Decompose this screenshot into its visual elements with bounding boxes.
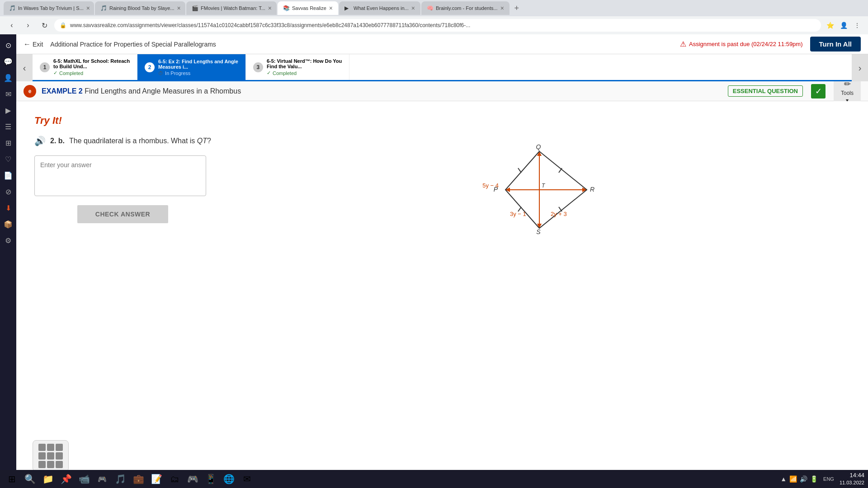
forward-button[interactable]: › bbox=[22, 19, 34, 32]
browser-controls: ‹ › ↻ 🔒 www.savvasrealize.com/assignment… bbox=[0, 16, 868, 34]
taskbar-teams-button[interactable]: 📹 bbox=[76, 471, 92, 487]
example-label: EXAMPLE 2 bbox=[42, 87, 83, 95]
calc-cell-5 bbox=[47, 452, 54, 460]
tab-6-label: Brainly.com - For students... bbox=[436, 5, 498, 11]
sidebar-doc-icon[interactable]: 📄 bbox=[1, 168, 15, 183]
browser-chrome: 🎵 In Waves Tab by Trivium | S... × 🎵 Rai… bbox=[0, 0, 868, 34]
check-complete-icon[interactable]: ✓ bbox=[811, 84, 826, 99]
step-3-status-label: Completed bbox=[273, 70, 297, 76]
warning-icon: ⚠ bbox=[680, 40, 686, 48]
taskbar-spotify-button[interactable]: 🎵 bbox=[112, 471, 128, 487]
sidebar-download-icon[interactable]: ⬇ bbox=[1, 201, 15, 215]
tray-battery-icon[interactable]: 🔋 bbox=[810, 475, 818, 483]
tools-button[interactable]: ✏ Tools ▾ bbox=[834, 81, 861, 101]
calculator-widget[interactable] bbox=[33, 440, 69, 472]
example-header: e EXAMPLE 2 Find Lengths and Angle Measu… bbox=[16, 81, 868, 101]
tab-4-close[interactable]: × bbox=[329, 5, 333, 12]
new-tab-button[interactable]: + bbox=[510, 2, 523, 14]
step-1[interactable]: 1 6-5: MathXL for School: Reteachto Buil… bbox=[33, 54, 137, 80]
tab-4-label: Savvas Realize bbox=[292, 5, 326, 11]
tray-expand-icon[interactable]: ▲ bbox=[780, 475, 787, 483]
turn-in-button[interactable]: Turn In All bbox=[810, 37, 861, 52]
savvas-logo: e bbox=[24, 85, 36, 98]
tab-1-close[interactable]: × bbox=[86, 5, 90, 12]
step-navigation: ‹ 1 6-5: MathXL for School: Reteachto Bu… bbox=[16, 54, 868, 81]
tab-2[interactable]: 🎵 Raining Blood Tab by Slaye... × bbox=[95, 1, 185, 15]
app-sidebar: ⊙ 💬 👤 ✉ ▶ ☰ ⊞ ♡ 📄 ⊘ ⬇ 📦 ⚙ bbox=[0, 34, 16, 488]
question-row: 🔊 2. b. The quadrilateral is a rhombus. … bbox=[34, 136, 850, 244]
extensions-button[interactable]: ⭐ bbox=[825, 20, 835, 31]
file-explorer-button[interactable]: 📁 bbox=[40, 471, 56, 487]
tab-2-close[interactable]: × bbox=[177, 5, 181, 12]
sidebar-package-icon[interactable]: 📦 bbox=[1, 217, 15, 231]
sidebar-grid-icon[interactable]: ⊞ bbox=[1, 136, 15, 150]
step-3[interactable]: 3 6-5: Virtual Nerd™: How Do YouFind the… bbox=[246, 54, 349, 80]
clock-date: 11.03.2022 bbox=[840, 479, 864, 486]
browser-actions: ⭐ 👤 ⋮ bbox=[825, 20, 863, 31]
tab-3[interactable]: 🎬 FMovies | Watch Batman: T... × bbox=[186, 1, 277, 15]
step-2[interactable]: 2 6-5: Ex 2: Find Lengths and AngleMeasu… bbox=[137, 54, 246, 80]
warning-text: Assignment is past due (02/24/22 11:59pm… bbox=[689, 41, 802, 47]
answer-input[interactable] bbox=[34, 155, 206, 196]
taskbar-pin-button[interactable]: 📌 bbox=[58, 471, 74, 487]
vertex-Q-label: Q bbox=[536, 145, 541, 150]
refresh-button[interactable]: ↻ bbox=[38, 19, 51, 32]
exit-button[interactable]: ← Exit bbox=[24, 40, 43, 48]
calc-cell-9 bbox=[56, 461, 63, 468]
taskbar-discord-button[interactable]: 🎮 bbox=[94, 471, 110, 487]
step-next-button[interactable]: › bbox=[852, 54, 868, 81]
sidebar-home-icon[interactable]: ⊙ bbox=[1, 38, 15, 52]
more-button[interactable]: ⋮ bbox=[852, 20, 863, 31]
tab-6[interactable]: 🧠 Brainly.com - For students... × bbox=[421, 1, 509, 15]
step-1-check-icon: ✓ bbox=[53, 70, 57, 76]
tray-volume-icon[interactable]: 🔊 bbox=[800, 475, 807, 483]
bottom-left-label: 3y − 1 bbox=[510, 211, 526, 217]
sidebar-settings-icon[interactable]: ⚙ bbox=[1, 233, 15, 248]
sidebar-mail-icon[interactable]: ✉ bbox=[1, 87, 15, 101]
windows-start-button[interactable]: ⊞ bbox=[4, 471, 20, 487]
search-button[interactable]: 🔍 bbox=[22, 471, 38, 487]
sidebar-list-icon[interactable]: ☰ bbox=[1, 119, 15, 134]
back-button[interactable]: ‹ bbox=[5, 19, 18, 32]
tab-1[interactable]: 🎵 In Waves Tab by Trivium | S... × bbox=[4, 1, 94, 15]
essential-question-button[interactable]: ESSENTIAL QUESTION bbox=[728, 85, 803, 97]
step-3-number: 3 bbox=[253, 62, 263, 72]
sidebar-profile-icon[interactable]: 👤 bbox=[1, 70, 15, 85]
sidebar-heart-icon[interactable]: ♡ bbox=[1, 152, 15, 166]
step-1-info: 6-5: MathXL for School: Reteachto Build … bbox=[53, 58, 130, 76]
calculator-grid bbox=[38, 444, 63, 468]
taskbar-netflix-button[interactable]: 🌐 bbox=[221, 471, 237, 487]
taskbar-time-display[interactable]: 14:44 11.03.2022 bbox=[840, 471, 864, 487]
tab-4-savvas[interactable]: 📚 Savvas Realize × bbox=[278, 1, 338, 15]
tray-network-icon[interactable]: 📶 bbox=[789, 475, 797, 483]
speaker-icon[interactable]: 🔊 bbox=[34, 136, 46, 146]
tab-5-close[interactable]: × bbox=[411, 5, 415, 12]
sidebar-nav-icon[interactable]: ▶ bbox=[1, 103, 15, 117]
tab-5[interactable]: ▶ What Even Happens in... × bbox=[339, 1, 420, 15]
bottom-right-label: 2y + 3 bbox=[551, 211, 567, 217]
taskbar-office-button[interactable]: 📝 bbox=[148, 471, 165, 487]
sidebar-clock-icon[interactable]: ⊘ bbox=[1, 184, 15, 199]
taskbar-whatsapp-button[interactable]: 📱 bbox=[203, 471, 219, 487]
taskbar-steam-button[interactable]: 🎮 bbox=[184, 471, 201, 487]
tab-5-favicon: ▶ bbox=[344, 5, 351, 11]
tab-3-close[interactable]: × bbox=[268, 5, 272, 12]
question-body: The quadrilateral is a rhombus. What is … bbox=[69, 137, 211, 145]
main-content: ← Exit Additional Practice for Propertie… bbox=[16, 34, 868, 488]
taskbar-mail-button[interactable]: ✉ bbox=[239, 471, 255, 487]
taskbar-ms-button[interactable]: 💼 bbox=[130, 471, 146, 487]
tab-6-close[interactable]: × bbox=[500, 5, 504, 12]
tab-3-favicon: 🎬 bbox=[192, 5, 198, 11]
sidebar-chat-icon[interactable]: 💬 bbox=[1, 54, 15, 69]
profile-button[interactable]: 👤 bbox=[838, 20, 849, 31]
step-2-info: 6-5: Ex 2: Find Lengths and AngleMeasure… bbox=[158, 59, 238, 76]
exit-label: Exit bbox=[33, 41, 43, 48]
address-text: www.savvasrealize.com/assignments/viewer… bbox=[70, 22, 816, 28]
taskbar-folder-button[interactable]: 🗂 bbox=[166, 471, 183, 487]
address-bar[interactable]: 🔒 www.savvasrealize.com/assignments/view… bbox=[54, 19, 821, 32]
check-answer-button[interactable]: CHECK ANSWER bbox=[77, 205, 168, 223]
vertex-R-label: R bbox=[590, 186, 594, 193]
calc-cell-3 bbox=[56, 444, 63, 451]
calc-cell-4 bbox=[38, 452, 46, 460]
step-prev-button[interactable]: ‹ bbox=[16, 54, 33, 81]
